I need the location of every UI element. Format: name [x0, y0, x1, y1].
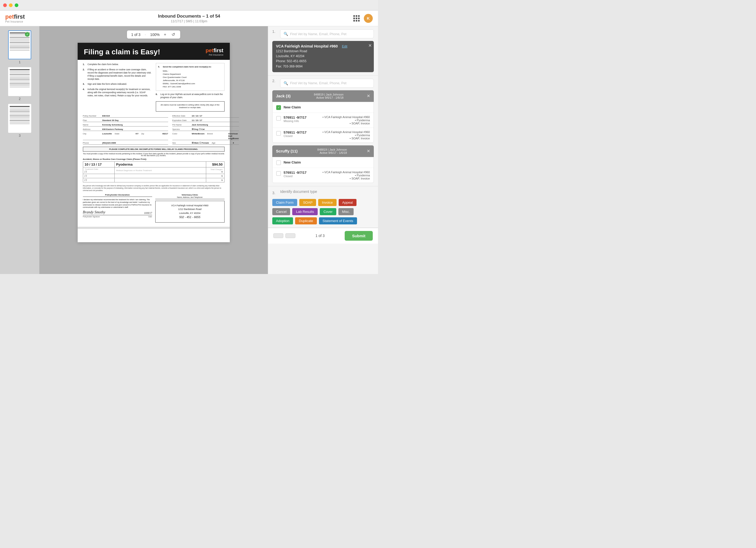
doc-body: 1.Complete the claim form below. 2.If fi…: [78, 60, 230, 226]
pet-jack-close[interactable]: ✕: [367, 93, 370, 98]
doc-type-btn-duplicate[interactable]: Duplicate: [295, 217, 317, 224]
scruffy-new-claim-check[interactable]: [276, 160, 281, 165]
scruffy-claim-1-check[interactable]: [276, 171, 281, 176]
doc-type-buttons: Claim FormSOAPInvoiceAppealCancelLab Res…: [272, 199, 374, 224]
page-indicator-bottom: 1 of 3: [316, 233, 325, 238]
doc-toolbar: 1 of 3 - 100% + ↺: [127, 30, 180, 39]
pet-scruffy-header: Scruffy (11) 848819 | Jack Johnson Activ…: [272, 145, 374, 157]
doc-instructions: 1.Complete the claim form below. 2.If fi…: [83, 63, 225, 111]
rotate-button[interactable]: ↺: [171, 32, 176, 37]
scruffy-new-claim: New Claim: [273, 157, 374, 168]
scruffy-new-claim-label: New Claim: [284, 160, 301, 164]
thumbnail-1[interactable]: 1: [3, 30, 37, 64]
doc-fields: Policy Number848 819 Effective Date10 / …: [83, 115, 225, 145]
doc-type-btn-adoption[interactable]: Adoption: [272, 217, 293, 224]
doc-type-btn-soap[interactable]: SOAP: [299, 199, 316, 206]
jack-claim-2: 576911 -9/7/17 Closed • VCA Fairleigh An…: [273, 128, 374, 142]
apps-icon[interactable]: [353, 15, 360, 22]
vet-card-close[interactable]: ✕: [368, 43, 372, 48]
pet-scruffy-name: Scruffy (11): [276, 149, 298, 153]
jack-claim-1-check[interactable]: [276, 116, 281, 121]
doc-type-btn-cover[interactable]: Cover: [320, 208, 336, 215]
search-icon-2: 🔍: [284, 81, 288, 85]
doc-type-btn-appeal[interactable]: Appeal: [339, 199, 356, 206]
search-icon-1: 🔍: [284, 32, 288, 36]
nav-buttons: [273, 233, 295, 238]
fullscreen-button[interactable]: [15, 3, 18, 7]
pet-jack-section: Jack (3) 848819 | Jack Johnson Active 9/…: [272, 90, 374, 143]
fraud-text: Any person who knowingly and with intent…: [83, 184, 225, 191]
logo: petfirst Pet Insurance: [5, 13, 25, 23]
doc-section-title: PLEASE COMPLETE BELOW. INCOMPLETE FORMS …: [83, 147, 225, 152]
vet-search-1[interactable]: 🔍 Find Vet by Name, Email, Phone, Pet: [280, 29, 374, 38]
doc-logo: petfirst Pet Insurance: [206, 47, 223, 56]
vet-section: Policyholder Declaration I declare my ve…: [83, 194, 225, 222]
vet-search-2[interactable]: 🔍 Find Vet by Name, Email, Phone, Pet: [280, 79, 374, 88]
doc-type-btn-cancel[interactable]: Cancel: [272, 208, 290, 215]
vet-fax: Fax: 703-368-9694: [276, 64, 370, 69]
vet-city-state: Louisville, KY 40204: [276, 54, 370, 59]
header-meta: 11/17/17 | SMS | 11:03pm: [158, 19, 220, 23]
traffic-lights: [3, 3, 18, 7]
prev-button[interactable]: [273, 233, 283, 238]
bottom-bar: 1 of 3 Submit: [268, 228, 378, 243]
document-view: 1 of 3 - 100% + ↺ Filing a claim is Easy…: [39, 26, 268, 274]
jack-claims-list: ✓ New Claim 576911 -9/7/17 Missing Info: [272, 102, 374, 143]
jack-claim-2-check[interactable]: [276, 131, 281, 136]
vet-address: 1212 Bardstown Road: [276, 49, 370, 54]
doc-section-subtitle: You must provide a copy of the medical r…: [83, 153, 225, 156]
pet-scruffy-close[interactable]: ✕: [367, 148, 370, 153]
doc-type-btn-lab-results[interactable]: Lab Results: [292, 208, 318, 215]
logo-subtitle: Pet Insurance: [5, 20, 25, 23]
step3-num: 3.: [272, 191, 278, 195]
thumbnail-sidebar: 123: [0, 26, 39, 274]
logo-brand: petfirst: [5, 13, 25, 20]
zoom-level: 100%: [150, 33, 160, 37]
thumbnail-3[interactable]: 3: [3, 104, 37, 137]
thumb-image-1: [8, 30, 31, 59]
thumb-image-2: [8, 67, 31, 96]
thumbnail-2[interactable]: 2: [3, 67, 37, 101]
vet-search-1-placeholder: Find Vet by Name, Email, Phone, Pet: [290, 32, 370, 36]
zoom-in-button[interactable]: +: [163, 32, 167, 37]
vet-phone: Phone: 502-451-6655: [276, 59, 370, 64]
header-title: Inbound Documents – 1 of 54: [158, 14, 220, 19]
user-avatar[interactable]: K: [364, 14, 373, 23]
app: petfirst Pet Insurance Inbound Documents…: [0, 10, 378, 274]
header-center: Inbound Documents – 1 of 54 11/17/17 | S…: [158, 14, 220, 23]
right-panel: 1. 🔍 Find Vet by Name, Email, Phone, Pet…: [268, 26, 378, 274]
doc-type-label: Identify document type: [280, 189, 317, 194]
document-content: Filing a claim is Easy! petfirst Pet Ins…: [78, 43, 230, 242]
header-right: K: [353, 14, 373, 23]
thumb-image-3: [8, 104, 31, 133]
doc-type-btn-misc.[interactable]: Misc.: [338, 208, 354, 215]
jack-new-claim: ✓ New Claim: [273, 102, 374, 113]
step2-num: 2.: [272, 79, 278, 83]
doc-headline: Filing a claim is Easy!: [84, 48, 160, 56]
doc-header: Filing a claim is Easy! petfirst Pet Ins…: [78, 43, 230, 60]
minimize-button[interactable]: [9, 3, 13, 7]
step1-num: 1.: [272, 29, 278, 34]
thumb-num-2: 2: [19, 97, 21, 101]
titlebar: [0, 0, 378, 10]
thumb-num-1: 1: [19, 60, 21, 64]
doc-type-btn-claim-form[interactable]: Claim Form: [272, 199, 297, 206]
close-button[interactable]: [3, 3, 7, 7]
thumb-check-icon: [25, 32, 30, 37]
vet-card: ✕ VCA Fairleigh Animal Hospital #960 Edi…: [272, 41, 374, 72]
vet-edit-link[interactable]: Edit: [342, 45, 347, 48]
vet-search-2-placeholder: Find Vet by Name, Email, Phone, Pet: [290, 81, 370, 85]
step2-section: 2. 🔍 Find Vet by Name, Email, Phone, Pet…: [268, 76, 378, 186]
topnav: petfirst Pet Insurance Inbound Documents…: [0, 10, 378, 26]
step1-section: 1. 🔍 Find Vet by Name, Email, Phone, Pet…: [268, 26, 378, 76]
doc-type-btn-statement-of-events[interactable]: Statement of Events: [319, 217, 357, 224]
pet-scruffy-section: Scruffy (11) 848819 | Jack Johnson Activ…: [272, 145, 374, 183]
content: 123 1 of 3 - 100% + ↺ Filing a claim is …: [0, 26, 378, 274]
vet-name: VCA Fairleigh Animal Hospital #960: [276, 44, 338, 48]
scruffy-claim-1: 576911 -9/7/17 Closed • VCA Fairleigh An…: [273, 168, 374, 183]
jack-new-claim-check[interactable]: ✓: [276, 105, 281, 110]
next-button[interactable]: [285, 233, 295, 238]
page-indicator-toolbar: 1 of 3: [131, 33, 140, 37]
submit-button[interactable]: Submit: [345, 231, 373, 241]
doc-type-btn-invoice[interactable]: Invoice: [318, 199, 336, 206]
